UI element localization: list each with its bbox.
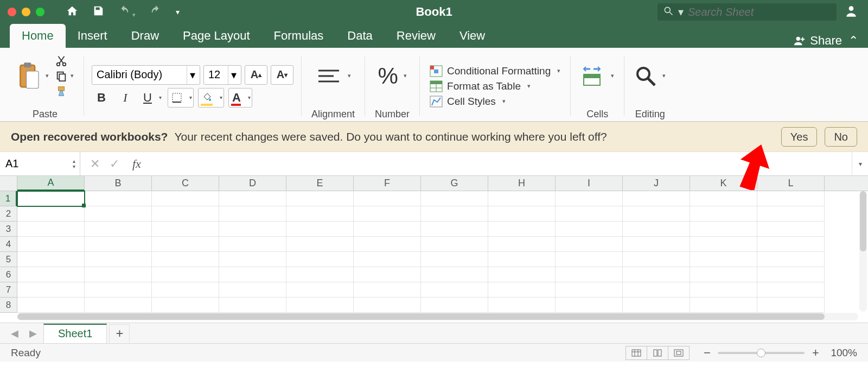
- cell[interactable]: [219, 237, 286, 252]
- cell[interactable]: [219, 206, 286, 222]
- column-header[interactable]: A: [17, 176, 85, 191]
- cell[interactable]: [690, 252, 757, 267]
- cell[interactable]: [421, 222, 488, 237]
- cell[interactable]: [286, 298, 354, 313]
- copy-button[interactable]: ▾: [55, 70, 74, 82]
- cell[interactable]: [354, 191, 421, 206]
- cell[interactable]: [286, 252, 354, 267]
- cell[interactable]: [488, 267, 556, 282]
- number-format-button[interactable]: %▾: [378, 53, 406, 99]
- maximize-window-button[interactable]: [36, 8, 44, 16]
- row-header[interactable]: 5: [0, 252, 17, 267]
- column-header[interactable]: H: [488, 176, 556, 191]
- column-header[interactable]: J: [623, 176, 690, 191]
- expand-formula-bar-icon[interactable]: ▾: [852, 152, 868, 175]
- vertical-scrollbar[interactable]: [859, 191, 867, 312]
- view-page-break-button[interactable]: [668, 346, 690, 360]
- cell[interactable]: [354, 252, 421, 267]
- recovery-no-button[interactable]: No: [825, 127, 857, 147]
- name-box[interactable]: A1 ▴▾: [0, 152, 80, 175]
- zoom-percentage[interactable]: 100%: [831, 347, 857, 359]
- decrease-font-size-button[interactable]: A▾: [271, 65, 293, 85]
- cell[interactable]: [623, 298, 690, 313]
- conditional-formatting-button[interactable]: Conditional Formatting▾: [430, 65, 560, 77]
- row-headers[interactable]: 12345678: [0, 191, 17, 313]
- recovery-yes-button[interactable]: Yes: [781, 127, 818, 147]
- minimize-window-button[interactable]: [22, 8, 30, 16]
- cell[interactable]: [354, 282, 421, 298]
- row-header[interactable]: 3: [0, 222, 17, 237]
- cell[interactable]: [623, 222, 690, 237]
- cell[interactable]: [623, 252, 690, 267]
- editing-button[interactable]: ▾: [634, 53, 666, 99]
- home-icon[interactable]: [66, 5, 78, 19]
- cell[interactable]: [152, 267, 219, 282]
- select-all-corner[interactable]: [0, 176, 17, 191]
- tab-data[interactable]: Data: [335, 24, 384, 48]
- cell[interactable]: [152, 206, 219, 222]
- cell[interactable]: [690, 282, 757, 298]
- view-normal-button[interactable]: [626, 346, 647, 360]
- undo-icon[interactable]: ▾: [118, 5, 136, 19]
- cell[interactable]: [286, 282, 354, 298]
- fill-color-button[interactable]: ▾: [198, 88, 224, 108]
- cell[interactable]: [152, 222, 219, 237]
- zoom-out-button[interactable]: −: [701, 346, 712, 360]
- spreadsheet-grid[interactable]: ABCDEFGHIJKL 12345678: [0, 176, 868, 323]
- increase-font-size-button[interactable]: A▴: [245, 65, 267, 85]
- cancel-formula-icon[interactable]: ✕: [90, 157, 100, 171]
- cell[interactable]: [556, 298, 623, 313]
- cell[interactable]: [421, 191, 488, 206]
- close-window-button[interactable]: [8, 8, 16, 16]
- zoom-slider[interactable]: [718, 352, 805, 354]
- cell[interactable]: [286, 267, 354, 282]
- cell[interactable]: [286, 237, 354, 252]
- cell[interactable]: [690, 191, 757, 206]
- collapse-ribbon-icon[interactable]: ⌃: [848, 34, 858, 48]
- cell[interactable]: [757, 252, 825, 267]
- cell[interactable]: [354, 222, 421, 237]
- cell[interactable]: [354, 206, 421, 222]
- cell[interactable]: [488, 282, 556, 298]
- cell-styles-button[interactable]: Cell Styles▾: [430, 96, 560, 108]
- tab-page-layout[interactable]: Page Layout: [171, 24, 262, 48]
- cell[interactable]: [623, 237, 690, 252]
- borders-button[interactable]: ▾: [168, 88, 194, 108]
- cell[interactable]: [757, 191, 825, 206]
- cell[interactable]: [488, 206, 556, 222]
- cell[interactable]: [757, 206, 825, 222]
- redo-icon[interactable]: [150, 5, 162, 19]
- customize-qat-icon[interactable]: ▾: [176, 8, 180, 16]
- tab-insert[interactable]: Insert: [66, 24, 119, 48]
- cell[interactable]: [556, 252, 623, 267]
- cell[interactable]: [354, 267, 421, 282]
- horizontal-scrollbar[interactable]: [17, 313, 858, 320]
- cell[interactable]: [219, 222, 286, 237]
- tab-review[interactable]: Review: [385, 24, 448, 48]
- cell[interactable]: [152, 298, 219, 313]
- row-header[interactable]: 8: [0, 298, 17, 313]
- search-sheet-box[interactable]: ▾: [658, 3, 837, 21]
- cell[interactable]: [421, 267, 488, 282]
- cell[interactable]: [219, 282, 286, 298]
- cell[interactable]: [219, 267, 286, 282]
- column-header[interactable]: F: [354, 176, 421, 191]
- cell[interactable]: [556, 206, 623, 222]
- cell[interactable]: [286, 222, 354, 237]
- cell[interactable]: [690, 237, 757, 252]
- cell[interactable]: [757, 237, 825, 252]
- cell[interactable]: [219, 252, 286, 267]
- cell[interactable]: [286, 191, 354, 206]
- cell[interactable]: [85, 252, 152, 267]
- cell[interactable]: [556, 191, 623, 206]
- name-box-stepper[interactable]: ▴▾: [69, 153, 79, 174]
- search-sheet-input[interactable]: [688, 6, 831, 18]
- share-button[interactable]: Share: [794, 34, 842, 48]
- cell[interactable]: [152, 191, 219, 206]
- cell[interactable]: [85, 191, 152, 206]
- cell[interactable]: [556, 237, 623, 252]
- row-header[interactable]: 1: [0, 191, 17, 206]
- column-header[interactable]: E: [286, 176, 354, 191]
- cell[interactable]: [17, 191, 85, 206]
- cell[interactable]: [757, 222, 825, 237]
